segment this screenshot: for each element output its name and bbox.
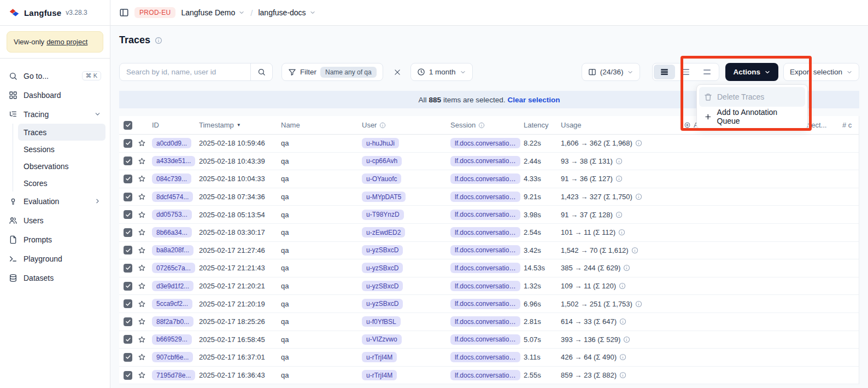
row-height-large-button[interactable] — [696, 65, 718, 79]
sidebar-item-traces[interactable]: Traces — [18, 124, 105, 141]
header-name[interactable]: Name — [281, 121, 362, 129]
row-checkbox[interactable] — [124, 264, 132, 273]
session-badge[interactable]: lf.docs.conversation... — [450, 281, 520, 291]
trace-id-badge[interactable]: a433de51... — [152, 156, 195, 166]
star-icon[interactable] — [138, 371, 146, 379]
sidebar-item-prompts[interactable]: Prompts — [4, 230, 105, 249]
header-latency[interactable]: Latency — [524, 121, 561, 129]
row-checkbox[interactable] — [124, 299, 132, 308]
star-icon[interactable] — [138, 353, 146, 361]
info-icon[interactable] — [379, 122, 386, 129]
info-icon[interactable] — [635, 300, 642, 308]
info-icon[interactable] — [619, 372, 626, 379]
trace-id-badge[interactable]: 88f2a7b0... — [152, 316, 193, 327]
session-badge[interactable]: lf.docs.conversation... — [450, 263, 520, 273]
session-badge[interactable]: lf.docs.conversation... — [450, 316, 520, 327]
menu-item-add-to-annotation-queue[interactable]: Add to Annotation Queue — [699, 107, 805, 126]
trace-id-badge[interactable]: 8dcf4574... — [152, 192, 193, 202]
table-row[interactable]: a433de51... 2025-02-18 10:43:39 qa u-cp6… — [119, 153, 859, 171]
table-row[interactable]: dd05753... 2025-02-18 05:13:54 qa u-T98Y… — [119, 206, 859, 224]
header-timestamp[interactable]: Timestamp ▼ — [199, 121, 281, 129]
session-badge[interactable]: lf.docs.conversation... — [450, 138, 520, 148]
row-checkbox[interactable] — [124, 371, 132, 380]
user-badge[interactable]: u-yzSBxcD — [362, 263, 403, 273]
row-height-small-button[interactable] — [654, 65, 675, 79]
table-row[interactable]: d3e9d1f2... 2025-02-17 21:20:21 qa u-yzS… — [119, 277, 859, 296]
user-badge[interactable]: u-rTrjI4M — [362, 352, 397, 362]
environment-badge[interactable]: PROD-EU — [134, 7, 175, 18]
header-id[interactable]: ID — [152, 121, 199, 129]
session-badge[interactable]: lf.docs.conversation... — [450, 299, 520, 309]
session-badge[interactable]: lf.docs.conversation... — [450, 227, 520, 238]
header-score-last[interactable]: # c — [842, 121, 859, 129]
row-checkbox[interactable] — [124, 246, 132, 254]
table-row[interactable]: 5cca9cf2... 2025-02-17 21:20:19 qa u-yzS… — [119, 295, 859, 313]
star-icon[interactable] — [138, 246, 146, 254]
table-row[interactable]: 7195d78e... 2025-02-17 16:36:43 qa u-rTr… — [119, 367, 859, 385]
header-usage[interactable]: Usage — [561, 121, 684, 129]
sidebar-item-datasets[interactable]: Datasets — [4, 268, 105, 287]
filter-button[interactable]: Filter Name any of qa — [281, 63, 383, 81]
trace-id-badge[interactable]: a0cd0d9... — [152, 138, 191, 148]
trace-id-badge[interactable]: 5cca9cf2... — [152, 299, 192, 309]
project-selector[interactable]: langfuse-docs — [258, 8, 315, 17]
user-badge[interactable]: u-zEwdED2 — [362, 227, 405, 238]
info-icon[interactable] — [615, 175, 623, 182]
info-icon[interactable] — [623, 336, 630, 343]
session-badge[interactable]: lf.docs.conversation... — [450, 173, 520, 184]
user-badge[interactable]: u-T98YnzD — [362, 210, 404, 220]
info-icon[interactable] — [619, 282, 626, 289]
session-badge[interactable]: lf.docs.conversation... — [450, 156, 520, 166]
info-icon[interactable] — [615, 158, 623, 165]
row-checkbox[interactable] — [124, 228, 132, 237]
row-height-medium-button[interactable] — [675, 65, 696, 79]
sidebar-item-scores[interactable]: Scores — [18, 175, 105, 192]
user-badge[interactable]: u-OYauofc — [362, 173, 401, 184]
row-checkbox[interactable] — [124, 335, 132, 344]
star-icon[interactable] — [138, 300, 146, 308]
table-row[interactable]: 07265c7a... 2025-02-17 21:21:43 qa u-yzS… — [119, 259, 859, 277]
trace-id-badge[interactable]: dd05753... — [152, 210, 192, 220]
sidebar-item-observations[interactable]: Observations — [18, 158, 105, 175]
table-row[interactable]: a0cd0d9... 2025-02-18 10:59:46 qa u-huJh… — [119, 135, 859, 153]
search-submit-button[interactable] — [251, 68, 272, 76]
trace-id-badge[interactable]: ba8a208f... — [152, 245, 193, 256]
user-badge[interactable]: u-f0YfBSL — [362, 316, 401, 327]
info-icon[interactable] — [618, 229, 625, 236]
sidebar-toggle-button[interactable] — [119, 8, 129, 18]
session-badge[interactable]: lf.docs.conversation.... — [450, 210, 520, 220]
star-icon[interactable] — [138, 335, 146, 344]
sidebar-item-evaluation[interactable]: Evaluation — [4, 192, 105, 211]
info-icon[interactable] — [623, 264, 630, 271]
sidebar-item-tracing[interactable]: Tracing — [4, 105, 105, 124]
sidebar-item-sessions[interactable]: Sessions — [18, 141, 105, 158]
row-checkbox[interactable] — [124, 175, 132, 183]
star-icon[interactable] — [138, 228, 146, 236]
sidebar-item-dashboard[interactable]: Dashboard — [4, 85, 105, 105]
search-input[interactable] — [120, 68, 250, 76]
session-badge[interactable]: lf.docs.conversation... — [450, 245, 520, 256]
user-badge[interactable]: u-yzSBxcD — [362, 245, 403, 256]
trace-id-badge[interactable]: 07265c7a... — [152, 263, 195, 273]
clear-filter-button[interactable] — [391, 66, 404, 79]
info-icon[interactable] — [615, 211, 623, 218]
actions-button[interactable]: Actions — [725, 63, 778, 81]
time-range-button[interactable]: 1 month — [410, 63, 473, 81]
row-checkbox[interactable] — [124, 353, 132, 362]
row-checkbox[interactable] — [124, 210, 132, 219]
session-badge[interactable]: lf.docs.conversation.... — [450, 352, 520, 362]
row-checkbox[interactable] — [124, 317, 132, 326]
sidebar-item-playground[interactable]: Playground — [4, 249, 105, 268]
table-row[interactable]: b669529... 2025-02-17 16:58:45 qa u-VIZz… — [119, 331, 859, 349]
info-icon[interactable] — [478, 122, 485, 129]
export-selection-button[interactable]: Export selection — [783, 63, 859, 81]
trace-id-badge[interactable]: b669529... — [152, 334, 192, 345]
goto-button[interactable]: Go to... ⌘ K — [4, 66, 105, 85]
table-row[interactable]: ba8a208f... 2025-02-17 21:27:46 qa u-yzS… — [119, 242, 859, 260]
session-badge[interactable]: lf.docs.conversation.... — [450, 370, 520, 380]
row-checkbox[interactable] — [124, 282, 132, 291]
table-row[interactable]: 084c739... 2025-02-18 10:04:33 qa u-OYau… — [119, 170, 859, 188]
trace-id-badge[interactable]: 8b66a34... — [152, 227, 192, 238]
header-session[interactable]: Session — [450, 121, 524, 129]
user-badge[interactable]: u-cp66Avh — [362, 156, 402, 166]
